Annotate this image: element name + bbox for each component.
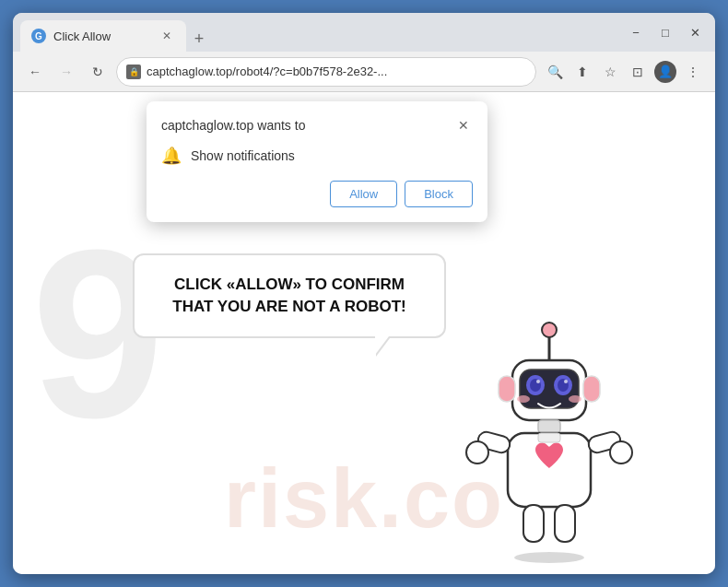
tab-close-button[interactable]: ✕	[159, 28, 175, 44]
tab-favicon: G	[31, 29, 46, 43]
svg-rect-13	[583, 376, 600, 402]
bookmark-icon[interactable]: ☆	[597, 59, 623, 85]
notification-text: Show notifications	[191, 148, 295, 163]
search-icon[interactable]: 🔍	[542, 59, 568, 85]
new-tab-button[interactable]: +	[186, 26, 212, 52]
address-text: captchaglow.top/robot4/?c=b0b7f578-2e32-…	[147, 65, 526, 78]
popup-notification-row: 🔔 Show notifications	[161, 146, 473, 166]
forward-button[interactable]: →	[53, 59, 79, 85]
profile-button[interactable]: 👤	[652, 59, 678, 85]
svg-rect-15	[508, 433, 591, 507]
robot-figure	[457, 316, 641, 565]
share-icon[interactable]: ⬆	[569, 59, 595, 85]
title-bar: G Click Allow ✕ + − □ ✕	[13, 13, 715, 52]
profile-avatar: 👤	[654, 61, 676, 83]
svg-point-23	[514, 552, 584, 563]
page-content: 9 risk.co captchaglow.top wants to ✕ 🔔 S…	[13, 92, 715, 574]
svg-point-1	[542, 323, 557, 337]
tab-area: G Click Allow ✕ +	[20, 13, 617, 52]
close-button[interactable]: ✕	[682, 19, 708, 45]
split-view-icon[interactable]: ⊡	[625, 59, 651, 85]
maximize-button[interactable]: □	[652, 19, 678, 45]
robot-svg	[457, 316, 641, 565]
active-tab[interactable]: G Click Allow ✕	[20, 20, 186, 52]
svg-rect-12	[499, 376, 515, 402]
svg-rect-14	[538, 420, 560, 433]
nav-bar: ← → ↻ 🔒 captchaglow.top/robot4/?c=b0b7f5…	[13, 52, 715, 92]
notification-popup: captchaglow.top wants to ✕ 🔔 Show notifi…	[147, 101, 487, 222]
minimize-button[interactable]: −	[623, 19, 649, 45]
svg-point-10	[517, 395, 530, 403]
allow-button[interactable]: Allow	[330, 181, 397, 207]
svg-rect-21	[523, 505, 544, 542]
svg-point-11	[569, 395, 581, 403]
back-button[interactable]: ←	[22, 59, 48, 85]
popup-close-button[interactable]: ✕	[454, 116, 473, 135]
popup-buttons: Allow Block	[161, 181, 473, 207]
svg-point-9	[564, 380, 568, 383]
popup-title: captchaglow.top wants to	[161, 118, 305, 133]
block-button[interactable]: Block	[405, 181, 473, 207]
speech-bubble: CLICK «ALLOW» TO CONFIRM THAT YOU ARE NO…	[133, 253, 446, 338]
menu-button[interactable]: ⋮	[680, 59, 706, 85]
window-controls: − □ ✕	[623, 19, 708, 45]
svg-point-20	[610, 441, 632, 464]
refresh-button[interactable]: ↻	[85, 59, 111, 85]
svg-rect-22	[555, 505, 575, 542]
bubble-text: CLICK «ALLOW» TO CONFIRM THAT YOU ARE NO…	[153, 274, 426, 318]
tab-title: Click Allow	[53, 29, 151, 43]
lock-icon: 🔒	[126, 65, 141, 79]
svg-rect-16	[538, 433, 560, 442]
svg-point-8	[536, 380, 540, 383]
address-bar[interactable]: 🔒 captchaglow.top/robot4/?c=b0b7f578-2e3…	[116, 57, 536, 87]
svg-point-18	[466, 441, 488, 464]
browser-window: G Click Allow ✕ + − □ ✕ ← → ↻ 🔒 captchag…	[13, 13, 715, 574]
nav-icons: 🔍 ⬆ ☆ ⊡ 👤 ⋮	[542, 59, 706, 85]
bell-icon: 🔔	[161, 146, 182, 166]
popup-header: captchaglow.top wants to ✕	[161, 116, 473, 135]
